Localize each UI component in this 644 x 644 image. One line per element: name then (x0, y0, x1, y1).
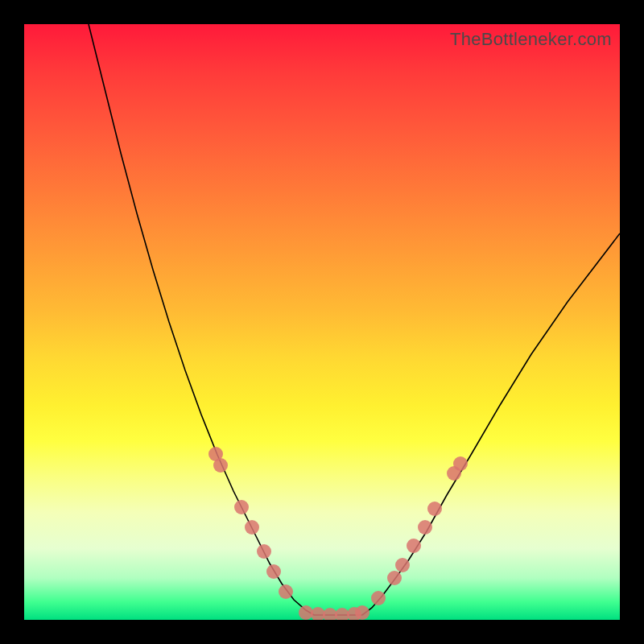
chart-frame: TheBottleneker.com (0, 0, 644, 644)
data-point (395, 558, 410, 572)
data-point (257, 544, 271, 559)
data-point (266, 564, 281, 579)
curve-group (89, 24, 620, 615)
plot-area: TheBottleneker.com (24, 24, 620, 620)
data-point (279, 584, 293, 599)
data-point (453, 456, 468, 471)
series-right-curve (362, 233, 620, 615)
data-point (234, 500, 249, 514)
data-point (355, 605, 369, 620)
series-left-curve (89, 24, 314, 615)
dots-group (208, 447, 468, 620)
data-point (418, 520, 432, 535)
curves-layer (24, 24, 620, 620)
data-point (387, 571, 402, 585)
data-point (245, 520, 259, 535)
data-point (371, 591, 386, 605)
data-point (427, 502, 442, 516)
data-point (407, 539, 421, 553)
data-point (213, 458, 228, 473)
